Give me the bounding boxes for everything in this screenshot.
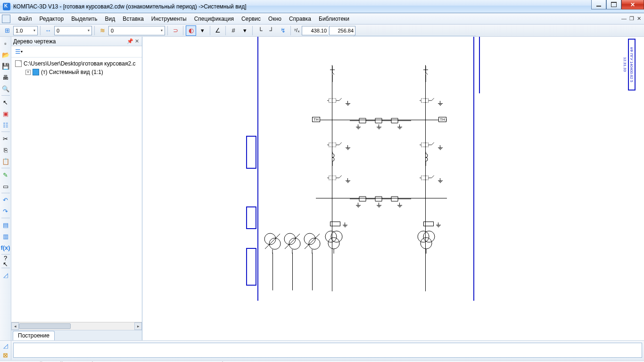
separator [40,26,41,35]
geom-icon[interactable]: ◿ [1,270,10,280]
window-title: КОМПАС-3D V13 - [готовая курсовая2.cdw (… [13,3,247,10]
ground-icon [438,178,443,184]
svg-rect-2 [329,143,336,147]
mdi-restore-button[interactable]: ❐ [629,16,634,22]
menu-service[interactable]: Сервис [238,15,264,23]
mdi-close-button[interactable]: ✕ [637,16,641,22]
frame-line [479,37,480,93]
step-icon[interactable]: ↔ [43,25,53,36]
menu-libraries[interactable]: Библиотеки [315,15,353,23]
statusbar: Щелкните левой кнопкой мыши на объекте д… [0,360,644,362]
frame-line [473,37,474,301]
select-icon[interactable]: ▣ [1,109,10,118]
tree-pin-icon[interactable]: 📌 [127,38,133,44]
expand-icon[interactable]: + [25,70,31,75]
schematic-symbol [421,152,430,166]
ground-icon [438,145,443,151]
fx-icon[interactable]: f(x) [1,243,10,252]
svg-point-6 [264,233,276,245]
open-icon[interactable]: 📂 [1,50,10,59]
transformer-symbol [283,232,302,254]
view-icon [33,69,39,75]
menu-insert[interactable]: Вставка [119,15,148,23]
transformer-symbol [416,230,437,254]
menu-window[interactable]: Окно [264,15,285,23]
print-icon[interactable]: 🖶 [1,73,10,82]
help-cursor-icon[interactable]: ?↖ [1,256,10,266]
page-icon[interactable]: ▭ [1,181,10,191]
snap-toggle-icon[interactable]: ◐ [186,25,196,36]
step-combo[interactable]: 0▾ [54,26,92,35]
properties-icon[interactable]: ☷ [1,120,10,130]
toolbar-main: ⊞ 1.0▾ ↔ 0▾ ≋ 0▾ ⊃ ◐ ▾ ∠ # ▾ └ ┘ ↯ ʸ/ₓ 4… [0,25,644,37]
menu-help[interactable]: Справка [285,15,315,23]
cut-icon[interactable]: ✂ [1,134,10,143]
outgoing-line [312,253,313,290]
scroll-left-icon[interactable]: ◂ [11,322,19,330]
brush-icon[interactable]: ✎ [1,170,10,180]
scale-combo[interactable]: 1.0▾ [13,26,38,35]
cmd-tool2-icon[interactable]: ⊠ [1,351,10,360]
tree-view-node[interactable]: + (т) Системный вид (1:1) [12,68,141,76]
menu-select[interactable]: Выделить [67,15,101,23]
drawing-canvas[interactable]: КФ ПГУ 140400.62 5 12.31.33 ТН ТН [142,37,644,340]
menu-view[interactable]: Вид [101,15,119,23]
ground-icon [397,203,403,208]
grid-dropdown-icon[interactable]: ▾ [239,25,250,36]
tree-h-scrollbar[interactable]: ◂ ▸ [11,322,142,330]
menu-tools[interactable]: Инструменты [148,15,190,23]
save-icon[interactable]: 💾 [1,61,10,71]
window-maximize-button[interactable] [606,0,621,9]
tab-build[interactable]: Построение [13,331,55,340]
copy-icon[interactable]: ⎘ [1,145,10,155]
svg-rect-3 [421,143,428,147]
schematic-symbol [420,171,436,187]
tree-body[interactable]: C:\Users\User\Desktop\готовая курсовая2.… [11,58,142,322]
spec2-icon[interactable]: ▥ [1,231,10,241]
menu-editor[interactable]: Редактор [36,15,68,23]
new-icon[interactable]: ▫ [1,39,10,48]
tree-view-label: (т) Системный вид (1:1) [41,69,103,75]
ortho-l-icon[interactable]: └ [255,25,265,36]
paste-icon[interactable]: 📋 [1,156,10,166]
ground-icon [345,145,351,151]
coord-x-field[interactable]: 438.10 [302,26,328,35]
scroll-right-icon[interactable]: ▸ [134,322,142,330]
coord-prefix-label: ʸ/ₓ [293,27,301,33]
spec-icon[interactable]: ▤ [1,220,10,230]
tree-file-label: C:\Users\User\Desktop\готовая курсовая2.… [24,60,136,67]
grid-icon[interactable]: # [228,25,239,36]
snap-settings-icon[interactable]: ▾ [197,25,207,36]
schematic-symbol [327,93,343,109]
separator [167,26,168,35]
svg-rect-4 [329,176,336,180]
grid-snap-icon[interactable]: ⊞ [2,25,12,36]
tree-close-icon[interactable]: ✕ [133,38,140,44]
layer-combo[interactable]: 0▾ [108,26,165,35]
mdi-system-icon[interactable] [2,15,10,23]
redo-icon[interactable]: ↷ [1,206,10,216]
cursor-icon[interactable]: ↖ [1,98,10,107]
window-minimize-button[interactable] [591,0,606,9]
side-stamp [246,136,256,169]
tree-file-node[interactable]: C:\Users\User\Desktop\готовая курсовая2.… [12,59,141,68]
ortho-r-icon[interactable]: ┘ [266,25,277,36]
layers-icon[interactable]: ≋ [97,25,107,36]
preview-icon[interactable]: 🔍 [1,84,10,93]
ortho-z-icon[interactable]: ↯ [278,25,288,36]
angle-icon[interactable]: ∠ [213,25,223,36]
cmd-tool1-icon[interactable]: ◿ [1,342,10,350]
coord-y-field[interactable]: 256.84 [329,26,355,35]
separator [1,132,10,132]
undo-icon[interactable]: ↶ [1,195,10,205]
tree-view-mode-icon[interactable]: ☰▾ [13,47,25,57]
magnet-icon[interactable]: ⊃ [170,25,181,36]
command-input[interactable] [13,343,642,358]
mdi-minimize-button[interactable]: — [621,16,627,22]
window-close-button[interactable] [621,0,644,9]
menu-file[interactable]: Файл [14,15,36,23]
scroll-thumb[interactable] [19,323,71,329]
frame-line [257,37,258,301]
ground-icon [345,178,351,184]
menu-spec[interactable]: Спецификация [190,15,238,23]
